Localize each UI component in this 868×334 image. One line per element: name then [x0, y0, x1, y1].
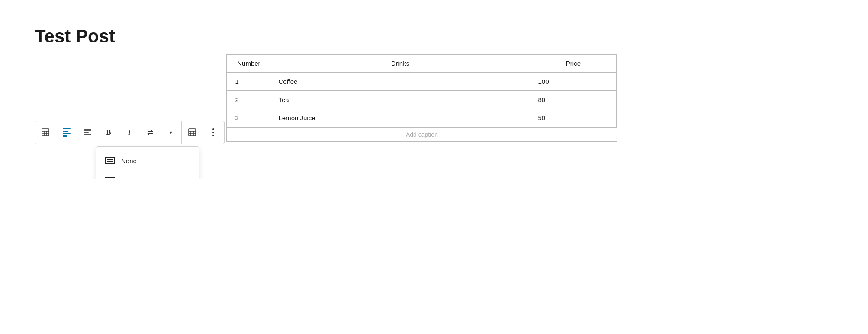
insert-table-icon: [188, 128, 196, 137]
cell-drink-3[interactable]: Lemon Juice: [270, 109, 530, 127]
table-header-row: Number Drinks Price: [227, 55, 617, 73]
cell-drink-1[interactable]: Coffee: [270, 73, 530, 91]
chevron-btn[interactable]: ▾: [161, 121, 181, 144]
dropdown-item-none-label: None: [121, 157, 137, 164]
italic-btn[interactable]: I: [119, 121, 140, 144]
col-header-drinks: Drinks: [270, 55, 530, 73]
cell-price-3[interactable]: 50: [530, 109, 617, 127]
link-btn[interactable]: ⇌: [140, 121, 161, 144]
none-icon: [105, 155, 115, 166]
table-row: 1 Coffee 100: [227, 73, 617, 91]
align-left-icon: [63, 128, 71, 137]
bold-btn[interactable]: B: [98, 121, 119, 144]
align-btn[interactable]: [77, 121, 98, 144]
cell-drink-2[interactable]: Tea: [270, 91, 530, 109]
svg-rect-0: [42, 129, 49, 136]
italic-icon: I: [128, 128, 131, 137]
toolbar-group-formatting: B I ⇌ ▾: [98, 121, 182, 144]
align-left-btn[interactable]: [56, 121, 77, 144]
dropdown-item-none[interactable]: None: [96, 150, 199, 171]
toolbar-group-more: [203, 121, 224, 144]
table-container: Number Drinks Price 1 Coffee 100 2 Tea 8…: [226, 54, 617, 142]
insert-table-btn[interactable]: [182, 121, 203, 144]
col-header-price: Price: [530, 55, 617, 73]
cell-price-2[interactable]: 80: [530, 91, 617, 109]
align-icon: [84, 129, 91, 135]
svg-rect-5: [189, 129, 196, 136]
wide-width-icon: [105, 176, 115, 179]
data-table: Number Drinks Price 1 Coffee 100 2 Tea 8…: [227, 54, 617, 127]
cell-number-2[interactable]: 2: [227, 91, 270, 109]
bold-icon: B: [106, 128, 111, 137]
toolbar-group-alignment: [56, 121, 98, 144]
col-header-number: Number: [227, 55, 270, 73]
table-caption[interactable]: Add caption: [227, 127, 617, 141]
more-btn[interactable]: [203, 121, 224, 144]
dropdown-item-wide-width[interactable]: Wide width: [96, 171, 199, 179]
cell-number-1[interactable]: 1: [227, 73, 270, 91]
cell-price-1[interactable]: 100: [530, 73, 617, 91]
cell-number-3[interactable]: 3: [227, 109, 270, 127]
table-icon-btn[interactable]: [35, 121, 56, 144]
dropdown-menu: None Wide width Full width: [96, 146, 199, 179]
table-icon: [41, 128, 50, 137]
more-options-icon: [212, 128, 214, 136]
toolbar-group-table: [35, 121, 56, 144]
table-row: 2 Tea 80: [227, 91, 617, 109]
dropdown-item-wide-width-label: Wide width: [121, 178, 153, 179]
toolbar: B I ⇌ ▾: [35, 121, 225, 144]
table-row: 3 Lemon Juice 50: [227, 109, 617, 127]
page-title: Test Post: [35, 26, 833, 47]
link-icon: ⇌: [147, 128, 153, 137]
toolbar-group-insert: [182, 121, 203, 144]
chevron-down-icon: ▾: [170, 129, 172, 135]
